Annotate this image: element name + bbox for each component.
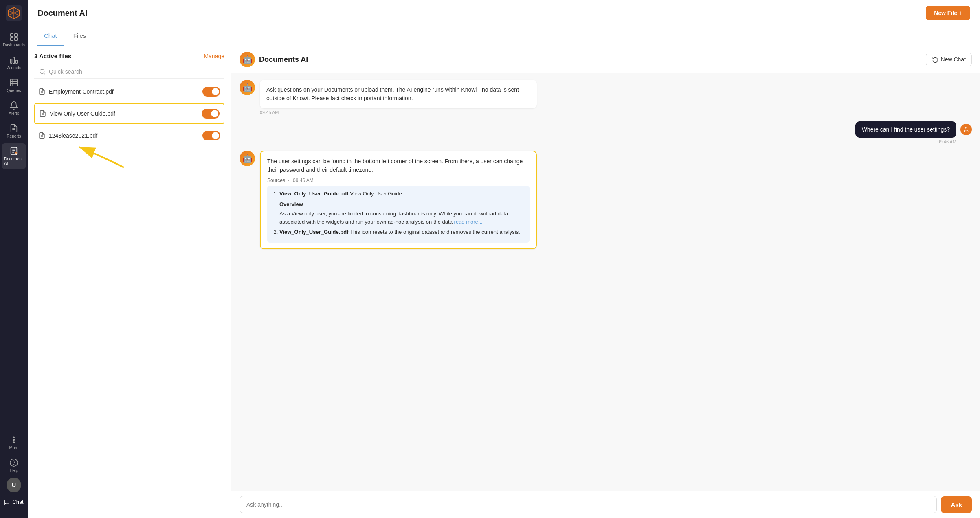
- sidebar-item-documentai[interactable]: Document AI: [2, 143, 26, 169]
- active-files-label: 3 Active files: [34, 53, 71, 59]
- chat-input[interactable]: [240, 496, 937, 513]
- svg-point-35: [965, 127, 967, 130]
- message-text-2: The user settings can be found in the bo…: [267, 157, 530, 174]
- file-toggle[interactable]: [202, 131, 220, 140]
- svg-point-21: [13, 437, 15, 438]
- files-panel: 3 Active files Manage Quick search: [28, 46, 231, 518]
- svg-point-23: [13, 442, 15, 443]
- search-icon: [39, 68, 46, 75]
- new-chat-label: New Chat: [941, 56, 966, 63]
- file-toggle[interactable]: [202, 87, 220, 97]
- manage-link[interactable]: Manage: [204, 53, 224, 59]
- svg-rect-8: [11, 79, 18, 86]
- file-item-selected[interactable]: View Only User Guide.pdf: [34, 103, 224, 124]
- source-section: Overview: [279, 200, 525, 209]
- svg-rect-7: [16, 60, 18, 63]
- main-tabs: Chat Files: [28, 26, 980, 46]
- file-toggle[interactable]: [202, 109, 220, 119]
- sidebar-item-dashboards-label: Dashboards: [3, 43, 25, 47]
- new-file-button[interactable]: New File +: [926, 6, 970, 20]
- svg-point-24: [10, 459, 18, 466]
- sidebar-item-widgets-label: Widgets: [7, 66, 21, 70]
- sidebar-item-more-label: More: [9, 446, 19, 450]
- message-user: Where can I find the user settings? 09:4…: [240, 121, 972, 144]
- bot-msg-avatar-2: 🤖: [240, 151, 255, 166]
- user-bubble: Where can I find the user settings?: [855, 121, 956, 138]
- sidebar-item-queries-label: Queries: [7, 88, 21, 93]
- tab-chat[interactable]: Chat: [37, 26, 64, 46]
- message-time: 09:45 AM: [260, 110, 537, 115]
- sidebar: Dashboards Widgets Queries Al: [0, 0, 28, 518]
- user-msg-avatar: [960, 124, 972, 135]
- annotation-arrow: [34, 147, 224, 180]
- file-icon: [38, 88, 46, 95]
- tab-files[interactable]: Files: [67, 26, 93, 46]
- chat-widget-label: Chat: [12, 499, 23, 505]
- svg-line-27: [44, 73, 45, 74]
- sources-toggle[interactable]: Sources: [267, 178, 290, 183]
- bot-avatar: 🤖: [240, 52, 255, 67]
- page-header: Document AI New File +: [28, 0, 980, 26]
- user-avatar[interactable]: U: [7, 478, 21, 492]
- new-chat-button[interactable]: New Chat: [926, 53, 972, 66]
- source-item-2: View_Only_User_Guide.pdf:This icon reset…: [279, 228, 525, 236]
- sidebar-item-reports[interactable]: Reports: [2, 121, 26, 142]
- sidebar-item-queries[interactable]: Queries: [2, 75, 26, 96]
- chat-messages: 🤖 Ask questions on your Documents or upl…: [231, 73, 980, 491]
- content-area: 3 Active files Manage Quick search: [28, 46, 980, 518]
- sidebar-item-alerts-label: Alerts: [9, 111, 19, 116]
- search-bar[interactable]: Quick search: [34, 65, 224, 79]
- sidebar-item-alerts[interactable]: Alerts: [2, 98, 26, 119]
- sidebar-item-dashboards[interactable]: Dashboards: [2, 29, 26, 50]
- svg-point-22: [13, 439, 15, 441]
- chat-title: Documents AI: [259, 55, 308, 64]
- chat-input-bar: Ask: [231, 491, 980, 518]
- sidebar-nav: Dashboards Widgets Queries Al: [2, 29, 26, 432]
- chat-header: 🤖 Documents AI New Chat: [231, 46, 980, 73]
- svg-rect-3: [11, 38, 13, 40]
- svg-rect-6: [13, 57, 15, 64]
- files-header: 3 Active files Manage: [34, 53, 224, 59]
- search-placeholder: Quick search: [49, 68, 82, 75]
- message-bot-2: 🤖 The user settings can be found in the …: [240, 151, 972, 249]
- message-text: Ask questions on your Documents or uploa…: [266, 86, 530, 103]
- sidebar-item-help-label: Help: [10, 468, 18, 473]
- sidebar-item-help[interactable]: Help: [2, 455, 26, 476]
- chat-panel: 🤖 Documents AI New Chat 🤖: [231, 46, 980, 518]
- file-item[interactable]: Employment-Contract.pdf: [34, 82, 224, 101]
- user-msg-time: 09:46 AM: [240, 139, 956, 144]
- read-more-link[interactable]: read more...: [454, 219, 483, 225]
- sidebar-item-widgets[interactable]: Widgets: [2, 52, 26, 73]
- message-bubble: Ask questions on your Documents or uploa…: [260, 80, 537, 108]
- bot-msg-avatar: 🤖: [240, 80, 255, 95]
- refresh-icon: [932, 56, 938, 63]
- app-logo[interactable]: [6, 5, 22, 21]
- source-item-1: View_Only_User_Guide.pdf:View Only User …: [279, 190, 525, 226]
- source-time: 09:46 AM: [293, 178, 314, 183]
- source-preview-2: This icon resets to the original dataset…: [350, 229, 520, 235]
- ask-button[interactable]: Ask: [941, 496, 972, 513]
- file-icon: [39, 110, 46, 117]
- sidebar-item-more[interactable]: More: [2, 432, 26, 453]
- sources-label: Sources: [267, 178, 285, 183]
- file-item[interactable]: 1243lease2021.pdf: [34, 126, 224, 145]
- main-content: Document AI New File + Chat Files 3 Acti…: [28, 0, 980, 518]
- source-preview-1: As a View only user, you are limited to …: [279, 210, 525, 226]
- svg-point-25: [14, 464, 14, 465]
- message-bot-1: 🤖 Ask questions on your Documents or upl…: [240, 80, 972, 115]
- chevron-down-icon: [286, 178, 290, 182]
- source-filename-1: View_Only_User_Guide.pdf: [279, 191, 349, 197]
- svg-rect-1: [11, 34, 13, 36]
- svg-rect-2: [15, 34, 17, 36]
- sidebar-item-documentai-label: Document AI: [4, 157, 24, 166]
- source-content: View_Only_User_Guide.pdf:View Only User …: [267, 186, 530, 243]
- chat-widget-button[interactable]: Chat: [0, 496, 29, 508]
- source-filename-2: View_Only_User_Guide.pdf: [279, 229, 349, 235]
- source-message-box: The user settings can be found in the bo…: [260, 151, 537, 249]
- svg-rect-4: [15, 38, 17, 40]
- page-title: Document AI: [37, 9, 88, 18]
- svg-rect-5: [11, 59, 12, 63]
- sidebar-bottom: More Help U Chat: [0, 432, 32, 510]
- file-name: Employment-Contract.pdf: [49, 88, 114, 95]
- file-name: View Only User Guide.pdf: [50, 110, 115, 117]
